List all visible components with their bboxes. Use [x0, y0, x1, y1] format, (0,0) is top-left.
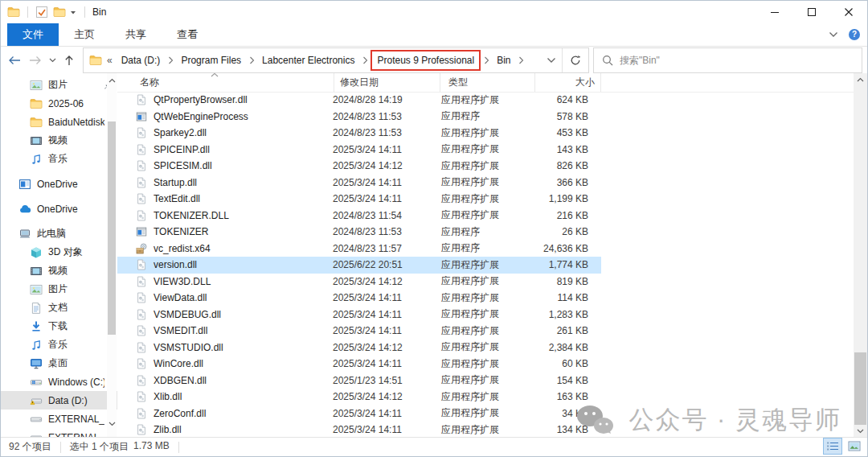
sidebar-scrollbar-thumb[interactable]	[108, 121, 116, 335]
sidebar-item-label: OneDrive	[37, 204, 78, 215]
file-row-textedit-dll[interactable]: TextEdit.dll2025/3/24 14:11应用程序扩展1,199 K…	[117, 191, 601, 208]
file-row-spicesim-dll[interactable]: SPICESIM.dll2025/3/24 14:12应用程序扩展826 KB	[117, 158, 601, 175]
maximize-button[interactable]	[793, 1, 830, 23]
column-header-size[interactable]: 大小	[535, 73, 601, 92]
column-header-date-modified[interactable]: 修改日期	[334, 73, 440, 92]
breadcrumb-chevron-icon[interactable]	[247, 56, 256, 64]
file-row-tokenizer[interactable]: TOKENIZER2024/8/23 11:53应用程序26 KB	[117, 224, 601, 241]
address-bar[interactable]: « Data (D:)Program FilesLabcenter Electr…	[83, 47, 589, 73]
breadcrumb-chevron-icon[interactable]	[481, 56, 491, 64]
sidebar-scrollbar[interactable]	[107, 73, 117, 438]
dll-file-icon	[136, 276, 147, 287]
refresh-button[interactable]	[562, 48, 588, 72]
back-button[interactable]	[4, 50, 25, 71]
file-row-qtpropertybrowser-dll[interactable]: QtPropertyBrowser.dll2024/8/28 14:19应用程序…	[117, 92, 601, 109]
breadcrumb-chevron-icon[interactable]	[360, 56, 370, 64]
column-header-type[interactable]: 类型	[440, 73, 535, 92]
sidebar-item--[interactable]: 桌面	[1, 354, 117, 373]
tab-share[interactable]: 共享	[110, 23, 162, 46]
file-size: 60 KB	[528, 358, 594, 369]
file-row-qtwebengineprocess[interactable]: QtWebEngineProcess2024/8/23 11:53应用程序578…	[117, 109, 601, 126]
sidebar-scroll-down-icon[interactable]	[107, 418, 117, 430]
scroll-up-icon[interactable]	[854, 73, 867, 86]
sidebar-item-onedrive[interactable]: OneDrive	[1, 175, 117, 193]
file-row-xlib-dll[interactable]: Xlib.dll2025/3/24 14:12应用程序扩展163 KB	[117, 389, 601, 406]
breadcrumb-segment[interactable]: Data (D:)	[116, 50, 166, 71]
sidebar-item--[interactable]: 此电脑	[1, 224, 117, 243]
file-name: VSMDEBUG.dll	[154, 309, 327, 320]
recent-locations-chevron-icon[interactable]	[46, 50, 59, 71]
file-row-zlib-dll[interactable]: Zlib.dll2025/3/24 14:11应用程序扩展134 KB	[117, 422, 601, 438]
sidebar-item-external_use[interactable]: EXTERNAL_USE	[1, 410, 117, 428]
items-count: 92 个项目	[9, 440, 51, 454]
file-row-spiceinp-dll[interactable]: SPICEINP.dll2025/3/24 14:11应用程序扩展143 KB	[117, 142, 601, 159]
forward-button[interactable]	[25, 50, 46, 71]
new-folder-icon[interactable]	[53, 6, 66, 19]
breadcrumb-segment[interactable]: Program Files	[175, 50, 247, 71]
help-icon[interactable]: ?	[848, 28, 861, 41]
breadcrumb-chevron-icon[interactable]	[517, 56, 526, 64]
file-row-zeroconf-dll[interactable]: ZeroConf.dll2025/3/24 14:11应用程序扩展34 KB	[117, 406, 601, 422]
sidebar-item--[interactable]: 图片	[1, 280, 117, 298]
dll-file-icon	[136, 309, 147, 320]
search-input[interactable]: 搜索"Bin"	[593, 47, 862, 73]
file-row-vsmdebug-dll[interactable]: VSMDEBUG.dll2025/3/24 14:11应用程序扩展1,283 K…	[117, 307, 601, 323]
sidebar-item--[interactable]: 图片	[1, 76, 117, 94]
sidebar-item--[interactable]: 下载	[1, 317, 117, 336]
sidebar-scroll-up-icon[interactable]	[107, 75, 117, 86]
file-size: 819 KB	[528, 276, 594, 287]
sidebar-item-2025-06[interactable]: 2025-06	[1, 94, 117, 113]
pictures-icon	[30, 79, 43, 92]
large-icons-view-button[interactable]	[845, 438, 864, 455]
file-row-vsmstudio-dll[interactable]: VSMSTUDIO.dll2025/3/24 14:12应用程序扩展2,384 …	[117, 340, 601, 356]
qat-dropdown-icon[interactable]	[69, 6, 77, 19]
sidebar-item-baidunetdiskdo[interactable]: BaiduNetdiskDo	[1, 113, 117, 131]
videos-icon	[30, 265, 43, 278]
file-row-xdbgen-dll[interactable]: XDBGEN.dll2025/1/23 14:51应用程序扩展154 KB	[117, 373, 601, 389]
file-row-startup-dll[interactable]: Startup.dll2025/3/24 14:11应用程序扩展366 KB	[117, 175, 601, 191]
file-row-sparkey2-dll[interactable]: Sparkey2.dll2024/8/23 11:53应用程序扩展453 KB	[117, 125, 601, 142]
file-row-version-dll[interactable]: version.dll2025/6/22 20:51应用程序扩展1,774 KB	[117, 257, 601, 274]
sidebar-item--[interactable]: 音乐	[1, 150, 117, 168]
file-row-view3d-dll[interactable]: VIEW3D.DLL2025/3/24 14:12应用程序扩展819 KB	[117, 274, 601, 290]
ribbon-collapse-chevron-icon[interactable]	[829, 31, 838, 38]
breadcrumb-overflow[interactable]: «	[107, 55, 113, 66]
file-size: 154 KB	[528, 375, 594, 386]
breadcrumb-chevron-icon[interactable]	[166, 56, 175, 64]
file-type: 应用程序扩展	[433, 258, 528, 272]
file-row-vsmedit-dll[interactable]: VSMEDIT.dll2025/3/24 14:11应用程序扩展261 KB	[117, 323, 601, 340]
column-header-name[interactable]: 名称	[117, 73, 334, 92]
breadcrumb-segment[interactable]: Labcenter Electronics	[256, 50, 360, 71]
file-row-wincore-dll[interactable]: WinCore.dll2025/3/24 14:11应用程序扩展60 KB	[117, 356, 601, 373]
close-button[interactable]	[830, 1, 867, 23]
sidebar-item-windows-c-[interactable]: Windows (C:)	[1, 373, 117, 391]
scroll-down-icon[interactable]	[854, 425, 867, 438]
breadcrumb-segment[interactable]: Bin	[491, 50, 516, 71]
tab-home[interactable]: 主页	[59, 23, 110, 46]
file-row-viewdata-dll[interactable]: ViewData.dll2025/3/24 14:11应用程序扩展114 KB	[117, 290, 601, 307]
tab-file[interactable]: 文件	[7, 23, 59, 46]
file-row-tokenizer-dll[interactable]: TOKENIZER.DLL2024/8/23 11:54应用程序扩展216 KB	[117, 208, 601, 224]
status-bar: 92 个项目 选中 1 个项目 1.73 MB	[1, 437, 867, 456]
sidebar-item--[interactable]: 视频	[1, 131, 117, 150]
sidebar-item-label: 视频	[48, 134, 68, 147]
file-date-modified: 2024/8/23 11:53	[327, 226, 433, 237]
file-name: VIEW3D.DLL	[154, 276, 327, 287]
sidebar-item--[interactable]: 视频	[1, 261, 117, 280]
properties-check-icon[interactable]	[35, 6, 48, 19]
details-view-button[interactable]	[823, 438, 842, 455]
up-button[interactable]	[59, 50, 80, 71]
tab-view[interactable]: 查看	[162, 23, 213, 46]
vertical-scrollbar[interactable]	[854, 73, 867, 438]
scrollbar-thumb[interactable]	[854, 352, 866, 430]
minimize-button[interactable]	[756, 1, 793, 23]
sidebar-item--[interactable]: 音乐	[1, 336, 117, 354]
sidebar-item-3d-[interactable]: 3D 对象	[1, 243, 117, 261]
sidebar-item-data-d-[interactable]: Data (D:)	[1, 391, 117, 410]
address-dropdown-icon[interactable]	[541, 48, 562, 72]
file-row-vc_redist-x64[interactable]: vc_redist.x642024/8/23 11:57应用程序24,636 K…	[117, 241, 601, 257]
pictures-icon	[30, 283, 43, 296]
breadcrumb-segment[interactable]: Proteus 9 Professional	[371, 50, 481, 71]
sidebar-item--[interactable]: 文档	[1, 298, 117, 317]
sidebar-item-onedrive[interactable]: OneDrive	[1, 200, 117, 218]
